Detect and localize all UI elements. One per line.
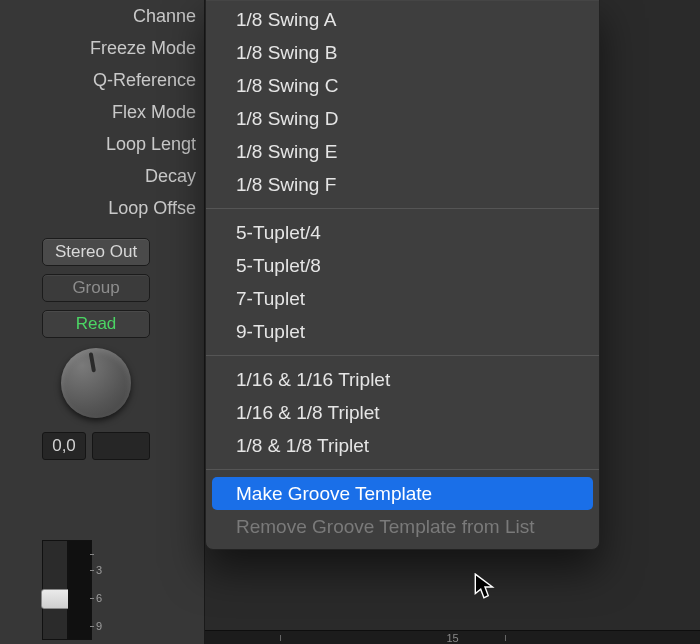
menu-item-swing-a[interactable]: 1/8 Swing A: [206, 3, 599, 36]
menu-separator: [206, 208, 599, 209]
param-loop-length[interactable]: Loop Lengt: [0, 128, 204, 160]
menu-separator: [206, 355, 599, 356]
param-channel[interactable]: Channe: [0, 0, 204, 32]
automation-button[interactable]: Read: [42, 310, 150, 338]
param-loop-offset[interactable]: Loop Offse: [0, 192, 204, 224]
fader-meter-area: 3 6 9: [42, 540, 150, 640]
fader-cap[interactable]: [41, 589, 71, 609]
menu-separator: [206, 469, 599, 470]
level-meter: [68, 540, 92, 640]
menu-item-swing-f[interactable]: 1/8 Swing F: [206, 168, 599, 201]
pan-knob[interactable]: [61, 348, 131, 418]
param-freeze-mode[interactable]: Freeze Mode: [0, 32, 204, 64]
output-button[interactable]: Stereo Out: [42, 238, 150, 266]
volume-value-field[interactable]: [92, 432, 150, 460]
menu-item-16-8-triplet[interactable]: 1/16 & 1/8 Triplet: [206, 396, 599, 429]
channel-strip: Stereo Out Group Read: [0, 238, 204, 418]
menu-item-swing-e[interactable]: 1/8 Swing E: [206, 135, 599, 168]
param-q-reference[interactable]: Q-Reference: [0, 64, 204, 96]
meter-scale: 3 6 9: [96, 540, 102, 640]
menu-item-5tuplet8[interactable]: 5-Tuplet/8: [206, 249, 599, 282]
menu-item-9tuplet[interactable]: 9-Tuplet: [206, 315, 599, 348]
menu-item-make-groove-template[interactable]: Make Groove Template: [212, 477, 593, 510]
param-flex-mode[interactable]: Flex Mode: [0, 96, 204, 128]
menu-item-5tuplet4[interactable]: 5-Tuplet/4: [206, 216, 599, 249]
menu-item-swing-c[interactable]: 1/8 Swing C: [206, 69, 599, 102]
pan-value-field[interactable]: 0,0: [42, 432, 86, 460]
timeline-footer: 15: [205, 630, 700, 644]
menu-item-8-8-triplet[interactable]: 1/8 & 1/8 Triplet: [206, 429, 599, 462]
param-decay[interactable]: Decay: [0, 160, 204, 192]
group-button[interactable]: Group: [42, 274, 150, 302]
timeline-label: 15: [446, 632, 458, 644]
inspector-panel: Channe Freeze Mode Q-Reference Flex Mode…: [0, 0, 205, 644]
quantize-menu: 1/8 Swing A 1/8 Swing B 1/8 Swing C 1/8 …: [205, 0, 600, 550]
fader-rail[interactable]: [42, 540, 68, 640]
menu-item-16-16-triplet[interactable]: 1/16 & 1/16 Triplet: [206, 363, 599, 396]
menu-item-7tuplet[interactable]: 7-Tuplet: [206, 282, 599, 315]
menu-item-swing-d[interactable]: 1/8 Swing D: [206, 102, 599, 135]
menu-item-swing-b[interactable]: 1/8 Swing B: [206, 36, 599, 69]
menu-item-remove-groove-template: Remove Groove Template from List: [206, 510, 599, 543]
